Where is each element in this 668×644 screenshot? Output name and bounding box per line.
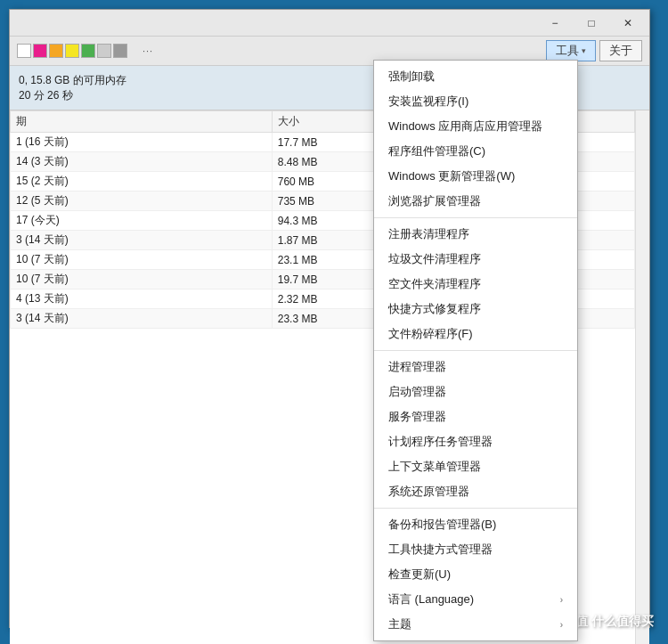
menu-item[interactable]: 启动管理器 — [374, 379, 577, 404]
menu-item[interactable]: 主题› — [374, 612, 577, 637]
app-window: − □ ✕ ··· 工具 ▾ 关于 0, 15.8 GB 的可用内存 20 分 … — [9, 9, 650, 628]
menu-item-label: 主题 — [388, 616, 411, 632]
menu-item[interactable]: 文件粉碎程序(F) — [374, 322, 577, 346]
menu-item-label: 程序组件管理器(C) — [388, 143, 485, 159]
color-yellow[interactable] — [65, 44, 79, 58]
watermark: 值 什么值得买 — [575, 614, 654, 630]
menu-separator — [374, 217, 577, 218]
maximize-button[interactable]: □ — [574, 13, 609, 33]
cell-date: 10 (7 天前) — [11, 270, 273, 289]
menu-item[interactable]: 工具快捷方式管理器 — [374, 537, 577, 562]
submenu-arrow-icon: › — [560, 620, 563, 630]
menu-item-label: 注册表清理程序 — [388, 226, 469, 242]
menu-item[interactable]: 注册表清理程序 — [374, 222, 577, 247]
menu-item-label: 备份和报告管理器(B) — [388, 517, 496, 533]
col-date[interactable]: 期 — [11, 111, 273, 133]
menu-item[interactable]: 浏览器扩展管理器 — [374, 189, 577, 214]
menu-item[interactable]: 程序组件管理器(C) — [374, 139, 577, 164]
cell-date: 10 (7 天前) — [11, 250, 273, 270]
cell-date: 4 (13 天前) — [11, 289, 273, 309]
menu-item[interactable]: 垃圾文件清理程序 — [374, 247, 577, 272]
cell-date: 3 (14 天前) — [11, 309, 273, 329]
menu-item[interactable]: 备份和报告管理器(B) — [374, 512, 577, 537]
menu-item-label: 语言 (Language) — [388, 591, 474, 607]
cell-date: 12 (5 天前) — [11, 192, 273, 211]
close-button[interactable]: ✕ — [610, 13, 646, 33]
title-bar-buttons: − □ ✕ — [537, 13, 646, 33]
color-gray1[interactable] — [97, 44, 111, 58]
menu-separator — [374, 350, 577, 351]
menu-item-label: 启动管理器 — [388, 384, 446, 400]
cell-date: 17 (今天) — [11, 211, 273, 231]
menu-item[interactable]: 服务管理器 — [374, 404, 577, 429]
menu-item-label: 服务管理器 — [388, 409, 446, 425]
menu-item[interactable]: 系统还原管理器 — [374, 479, 577, 504]
menu-item[interactable]: 计划程序任务管理器 — [374, 429, 577, 454]
tools-dropdown-arrow: ▾ — [582, 46, 586, 55]
color-palette — [17, 44, 127, 58]
cell-date: 14 (3 天前) — [11, 152, 273, 172]
menu-item[interactable]: 强制卸载 — [374, 64, 577, 89]
menu-item[interactable]: Windows 应用商店应用管理器 — [374, 114, 577, 139]
menu-item-label: 工具快捷方式管理器 — [388, 542, 493, 558]
menu-item-label: 浏览器扩展管理器 — [388, 193, 481, 209]
color-gray2[interactable] — [113, 44, 127, 58]
menu-item-label: 检查更新(U) — [388, 567, 451, 583]
menu-item[interactable]: Windows 更新管理器(W) — [374, 164, 577, 189]
color-white[interactable] — [17, 44, 31, 58]
menu-item[interactable]: 检查更新(U) — [374, 562, 577, 587]
menu-item-label: 系统还原管理器 — [388, 484, 469, 500]
menu-item[interactable]: 进程管理器 — [374, 355, 577, 379]
color-orange[interactable] — [49, 44, 63, 58]
tools-menu-button[interactable]: 工具 ▾ — [546, 40, 596, 61]
more-colors-button[interactable]: ··· — [138, 44, 158, 58]
tools-dropdown-menu: 强制卸载安装监视程序(I)Windows 应用商店应用管理器程序组件管理器(C)… — [373, 60, 578, 641]
submenu-arrow-icon: › — [560, 595, 563, 605]
color-pink[interactable] — [33, 44, 47, 58]
color-green[interactable] — [81, 44, 95, 58]
menu-item-label: 安装监视程序(I) — [388, 94, 468, 110]
about-button[interactable]: 关于 — [599, 40, 642, 61]
cell-date: 3 (14 天前) — [11, 231, 273, 250]
menu-item-label: 计划程序任务管理器 — [388, 434, 493, 450]
menu-item-label: Windows 应用商店应用管理器 — [388, 118, 542, 135]
menu-item-label: 垃圾文件清理程序 — [388, 251, 481, 267]
menu-item-label: 强制卸载 — [388, 69, 435, 85]
menu-item-label: 进程管理器 — [388, 359, 446, 375]
cell-date: 15 (2 天前) — [11, 172, 273, 192]
menu-item[interactable]: 空文件夹清理程序 — [374, 272, 577, 297]
menu-item[interactable]: 上下文菜单管理器 — [374, 454, 577, 479]
menu-item-label: 文件粉碎程序(F) — [388, 326, 473, 342]
title-bar: − □ ✕ — [10, 10, 649, 37]
menu-item[interactable]: 快捷方式修复程序 — [374, 297, 577, 322]
menu-separator — [374, 508, 577, 509]
menu-item-label: 空文件夹清理程序 — [388, 276, 481, 292]
menu-item-label: 上下文菜单管理器 — [388, 459, 481, 475]
scrollbar[interactable] — [635, 110, 649, 644]
cell-date: 1 (16 天前) — [11, 133, 273, 152]
minimize-button[interactable]: − — [537, 13, 573, 33]
menu-item-label: 快捷方式修复程序 — [388, 301, 481, 317]
menu-item-label: Windows 更新管理器(W) — [388, 168, 515, 184]
menu-item[interactable]: 语言 (Language)› — [374, 587, 577, 612]
menu-item[interactable]: 安装监视程序(I) — [374, 89, 577, 114]
